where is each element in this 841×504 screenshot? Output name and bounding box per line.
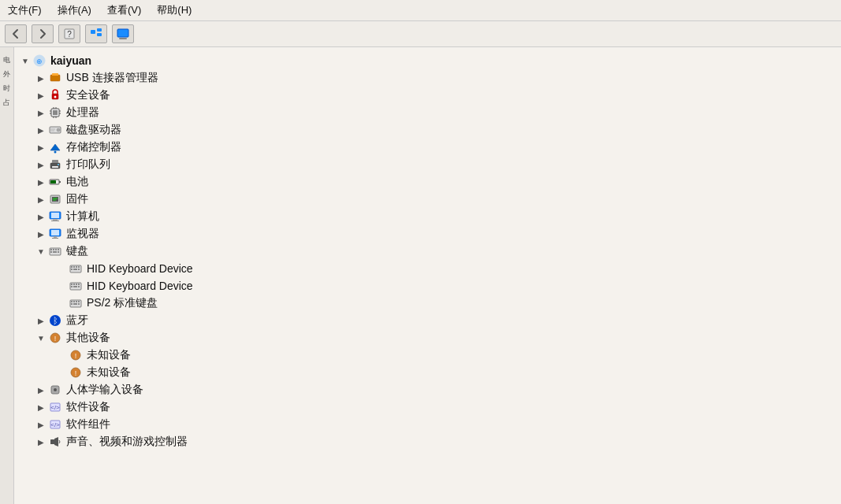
tree-item-unknown2[interactable]: ! 未知设备 <box>14 364 841 381</box>
ps2-expander <box>55 297 68 309</box>
svg-rect-54 <box>58 251 59 253</box>
ps2-icon <box>68 296 84 310</box>
left-strip-item: 电 <box>2 55 13 66</box>
main-area: 电 外 时 占 ▼ ⊕ kaiyuan ▶ <box>0 47 841 504</box>
battery-label: 电池 <box>66 175 88 189</box>
tree-item-hid1[interactable]: HID Keyboard Device <box>14 260 841 277</box>
firmware-icon <box>47 192 63 206</box>
tree-item-battery[interactable]: ▶ 电池 <box>14 173 841 191</box>
forward-button[interactable] <box>32 24 54 43</box>
tree-item-usb[interactable]: ▶ USB 连接器管理器 <box>14 69 841 87</box>
hid1-expander <box>55 262 68 275</box>
tree-item-software-dev[interactable]: ▶ </> 软件设备 <box>14 398 841 416</box>
svg-rect-41 <box>53 219 58 220</box>
tree-item-cpu[interactable]: ▶ 处理器 <box>14 104 841 121</box>
disk-icon <box>47 123 63 137</box>
device-tree[interactable]: ▼ ⊕ kaiyuan ▶ USB 连接器管理器 ▶ <box>14 47 841 504</box>
tree-item-storage[interactable]: ▶ 存储控制器 <box>14 139 841 156</box>
left-strip-item: 占 <box>2 98 13 109</box>
menu-view[interactable]: 查看(V) <box>104 2 144 19</box>
firmware-expander[interactable]: ▶ <box>35 193 47 206</box>
computer-expander[interactable]: ▶ <box>35 210 47 223</box>
monitor-expander[interactable]: ▶ <box>35 228 47 240</box>
tree-item-unknown1[interactable]: ! 未知设备 <box>14 346 841 364</box>
svg-rect-73 <box>73 301 75 302</box>
bluetooth-expander[interactable]: ▶ <box>35 314 47 327</box>
keyboard-icon <box>47 244 63 258</box>
svg-rect-48 <box>50 249 52 250</box>
cpu-icon <box>47 106 63 120</box>
svg-rect-61 <box>73 269 77 270</box>
hid-input-expander[interactable]: ▶ <box>35 384 47 396</box>
disk-expander[interactable]: ▶ <box>35 124 47 136</box>
back-button[interactable] <box>5 24 27 43</box>
tree-item-software-comp[interactable]: ▶ </> 软件组件 <box>14 416 841 433</box>
svg-rect-9 <box>50 75 60 81</box>
refresh-button[interactable] <box>112 24 134 43</box>
tree-item-printer[interactable]: ▶ 打印队列 <box>14 156 841 173</box>
svg-rect-34 <box>50 180 56 183</box>
printer-expander[interactable]: ▶ <box>35 158 47 171</box>
svg-rect-49 <box>53 249 54 250</box>
tree-item-firmware[interactable]: ▶ 固件 <box>14 191 841 208</box>
tree-item-hid2[interactable]: HID Keyboard Device <box>14 277 841 295</box>
toolbar: ? <box>0 21 841 47</box>
svg-rect-50 <box>55 249 57 250</box>
svg-rect-33 <box>59 181 61 183</box>
svg-rect-77 <box>73 303 77 305</box>
tree-item-sound[interactable]: ▶ 声音、视频和游戏控制器 <box>14 433 841 450</box>
menu-action[interactable]: 操作(A) <box>54 2 95 19</box>
svg-rect-76 <box>71 303 73 305</box>
tree-item-monitor[interactable]: ▶ 监视器 <box>14 225 841 243</box>
cpu-label: 处理器 <box>66 106 99 120</box>
tree-item-disk[interactable]: ▶ 磁盘驱动器 <box>14 121 841 139</box>
tree-item-other[interactable]: ▼ ! 其他设备 <box>14 329 841 346</box>
other-expander[interactable]: ▼ <box>35 332 47 344</box>
unknown1-label: 未知设备 <box>87 348 131 362</box>
tree-item-bluetooth[interactable]: ▶ ᛒ 蓝牙 <box>14 312 841 329</box>
tree-item-computer[interactable]: ▶ 计算机 <box>14 208 841 225</box>
tree-button[interactable] <box>85 24 107 43</box>
bluetooth-label: 蓝牙 <box>66 313 88 328</box>
tree-item-keyboard[interactable]: ▼ 键盘 <box>14 243 841 260</box>
disk-label: 磁盘驱动器 <box>66 123 121 137</box>
software-comp-expander[interactable]: ▶ <box>35 418 47 431</box>
tree-item-ps2[interactable]: PS/2 标准键盘 <box>14 295 841 312</box>
tree-item-security[interactable]: ▶ 安全设备 <box>14 87 841 104</box>
svg-rect-5 <box>117 29 128 37</box>
menu-help[interactable]: 帮助(H) <box>154 2 195 19</box>
firmware-label: 固件 <box>66 192 88 206</box>
unknown1-icon: ! <box>68 348 84 362</box>
software-dev-expander[interactable]: ▶ <box>35 401 47 413</box>
svg-rect-44 <box>51 230 59 235</box>
battery-expander[interactable]: ▶ <box>35 176 47 188</box>
keyboard-expander[interactable]: ▼ <box>35 245 47 258</box>
root-expander[interactable]: ▼ <box>19 54 32 67</box>
tree-item-hid-input[interactable]: ▶ 人体学输入设备 <box>14 381 841 398</box>
cpu-expander[interactable]: ▶ <box>35 106 47 119</box>
unknown2-icon: ! <box>68 365 84 380</box>
storage-expander[interactable]: ▶ <box>35 141 47 154</box>
monitor-icon <box>47 227 63 241</box>
help-button[interactable]: ? <box>58 24 80 43</box>
svg-rect-60 <box>71 269 73 270</box>
svg-rect-10 <box>52 73 58 76</box>
svg-text:?: ? <box>67 30 72 39</box>
svg-rect-57 <box>73 266 75 268</box>
svg-rect-46 <box>52 238 58 239</box>
svg-rect-40 <box>51 213 59 218</box>
menu-file[interactable]: 文件(F) <box>5 2 45 19</box>
menubar: 文件(F) 操作(A) 查看(V) 帮助(H) <box>0 0 841 21</box>
software-comp-label: 软件组件 <box>66 417 110 432</box>
left-strip: 电 外 时 占 <box>0 47 14 504</box>
sound-expander[interactable]: ▶ <box>35 435 47 448</box>
tree-root[interactable]: ▼ ⊕ kaiyuan <box>14 52 841 69</box>
svg-rect-36 <box>52 197 58 202</box>
security-expander[interactable]: ▶ <box>35 89 47 102</box>
usb-expander[interactable]: ▶ <box>35 72 47 84</box>
usb-icon <box>47 71 63 85</box>
svg-rect-53 <box>53 251 57 253</box>
svg-rect-2 <box>91 30 95 34</box>
hid1-icon <box>68 261 84 276</box>
hid2-icon <box>68 279 84 293</box>
